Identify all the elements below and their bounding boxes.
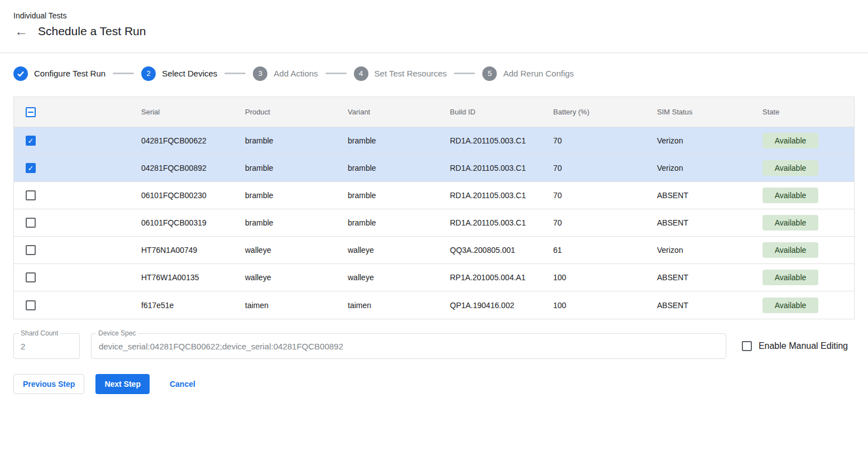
step-label: Configure Test Run [34, 69, 105, 78]
column-header-battery: Battery (%) [540, 108, 644, 116]
enable-manual-editing[interactable]: Enable Manual Editing [742, 341, 848, 351]
row-checkbox[interactable] [26, 300, 36, 310]
step-add-actions[interactable]: 3 Add Actions [253, 66, 318, 81]
header-divider [0, 52, 868, 53]
row-checkbox[interactable] [26, 163, 36, 173]
cell-product: bramble [232, 191, 334, 200]
cell-build-id: QP1A.190416.002 [437, 301, 540, 310]
cell-sim-status: ABSENT [644, 301, 749, 310]
cell-battery: 70 [540, 218, 644, 227]
cell-battery: 61 [540, 246, 644, 255]
step-number-badge: 2 [141, 66, 156, 81]
cell-variant: bramble [334, 218, 437, 227]
cell-variant: walleye [334, 273, 437, 282]
cell-sim-status: Verizon [644, 136, 749, 145]
row-checkbox[interactable] [26, 245, 36, 255]
back-arrow-icon[interactable]: ← [15, 25, 28, 38]
cell-serial: f617e51e [128, 301, 232, 310]
step-label: Add Actions [274, 69, 318, 78]
cell-sim-status: Verizon [644, 164, 749, 172]
breadcrumb: Individual Tests [13, 11, 855, 20]
page-title: Schedule a Test Run [38, 25, 146, 38]
device-spec-form: Shard Count 2 Device Spec device_serial:… [13, 333, 855, 359]
cell-serial: 06101FQCB00230 [128, 191, 232, 200]
cell-product: walleye [232, 273, 334, 282]
step-label: Set Test Resources [375, 69, 447, 78]
cell-serial: HT76W1A00135 [128, 273, 232, 282]
row-checkbox[interactable] [26, 218, 36, 228]
cell-build-id: RD1A.201105.003.C1 [437, 191, 540, 200]
cell-serial: 06101FQCB00319 [128, 218, 232, 227]
device-row[interactable]: 04281FQCB00892 bramble bramble RD1A.2011… [14, 155, 854, 182]
row-checkbox[interactable] [26, 190, 36, 200]
cell-variant: taimen [334, 301, 437, 310]
device-row[interactable]: f617e51e taimen taimen QP1A.190416.002 1… [14, 291, 854, 319]
cell-battery: 70 [540, 136, 644, 145]
cell-variant: bramble [334, 136, 437, 145]
column-header-state: State [749, 108, 854, 116]
cell-sim-status: ABSENT [644, 218, 749, 227]
cell-sim-status: ABSENT [644, 273, 749, 282]
step-connector [454, 73, 475, 74]
cell-battery: 70 [540, 191, 644, 200]
cell-variant: walleye [334, 246, 437, 255]
state-badge: Available [763, 270, 818, 285]
cell-build-id: RD1A.201105.003.C1 [437, 164, 540, 172]
stepper: Configure Test Run 2 Select Devices 3 Ad… [13, 66, 855, 81]
column-header-sim-status: SIM Status [644, 108, 749, 116]
cell-product: walleye [232, 246, 334, 255]
cell-battery: 70 [540, 164, 644, 172]
step-select-devices[interactable]: 2 Select Devices [141, 66, 217, 81]
device-row[interactable]: 06101FQCB00230 bramble bramble RD1A.2011… [14, 182, 854, 209]
state-badge: Available [763, 298, 818, 313]
device-row[interactable]: HT76N1A00749 walleye walleye QQ3A.200805… [14, 237, 854, 264]
column-header-build-id: Build ID [437, 108, 540, 116]
cell-product: bramble [232, 164, 334, 172]
step-set-test-resources[interactable]: 4 Set Test Resources [354, 66, 447, 81]
cell-build-id: RD1A.201105.003.C1 [437, 136, 540, 145]
row-checkbox[interactable] [26, 272, 36, 282]
device-row[interactable]: HT76W1A00135 walleye walleye RP1A.201005… [14, 264, 854, 291]
device-spec-label: Device Spec [96, 329, 138, 337]
select-all-checkbox[interactable] [26, 107, 36, 117]
device-spec-value: device_serial:04281FQCB00622;device_seri… [99, 342, 343, 351]
topbar: Individual Tests ← Schedule a Test Run [0, 0, 868, 52]
cell-build-id: QQ3A.200805.001 [437, 246, 540, 255]
state-badge: Available [763, 160, 818, 176]
title-row: ← Schedule a Test Run [13, 25, 855, 52]
device-row[interactable]: 06101FQCB00319 bramble bramble RD1A.2011… [14, 209, 854, 237]
cell-battery: 100 [540, 273, 644, 282]
state-badge: Available [763, 242, 818, 258]
column-header-variant: Variant [334, 108, 437, 116]
step-completed-check-icon [13, 66, 28, 81]
schedule-test-run-page: Individual Tests ← Schedule a Test Run C… [0, 0, 868, 394]
cell-serial: HT76N1A00749 [128, 246, 232, 255]
next-step-button[interactable]: Next Step [95, 374, 150, 394]
cell-product: bramble [232, 218, 334, 227]
device-table: Serial Product Variant Build ID Battery … [13, 97, 855, 319]
device-spec-field[interactable]: Device Spec device_serial:04281FQCB00622… [91, 333, 726, 359]
cell-product: taimen [232, 301, 334, 310]
previous-step-button[interactable]: Previous Step [13, 374, 84, 394]
device-row[interactable]: 04281FQCB00622 bramble bramble RD1A.2011… [14, 127, 854, 155]
step-number-badge: 4 [354, 66, 368, 81]
step-connector [224, 73, 246, 74]
actions-row: Previous Step Next Step Cancel [13, 374, 855, 394]
row-checkbox[interactable] [26, 136, 36, 146]
column-header-serial: Serial [128, 108, 232, 116]
state-badge: Available [763, 133, 818, 148]
step-add-rerun-configs[interactable]: 5 Add Rerun Configs [482, 66, 574, 81]
cell-build-id: RP1A.201005.004.A1 [437, 273, 540, 282]
shard-count-value: 2 [21, 342, 25, 351]
step-configure-test-run[interactable]: Configure Test Run [13, 66, 105, 81]
table-header-row: Serial Product Variant Build ID Battery … [14, 97, 854, 127]
step-label: Add Rerun Configs [503, 69, 574, 78]
cell-serial: 04281FQCB00892 [128, 164, 232, 172]
step-connector [113, 73, 134, 74]
cancel-button[interactable]: Cancel [160, 374, 205, 394]
shard-count-field[interactable]: Shard Count 2 [13, 333, 80, 359]
state-badge: Available [763, 188, 818, 203]
enable-manual-editing-checkbox[interactable] [742, 341, 752, 351]
cell-sim-status: ABSENT [644, 191, 749, 200]
cell-sim-status: Verizon [644, 246, 749, 255]
